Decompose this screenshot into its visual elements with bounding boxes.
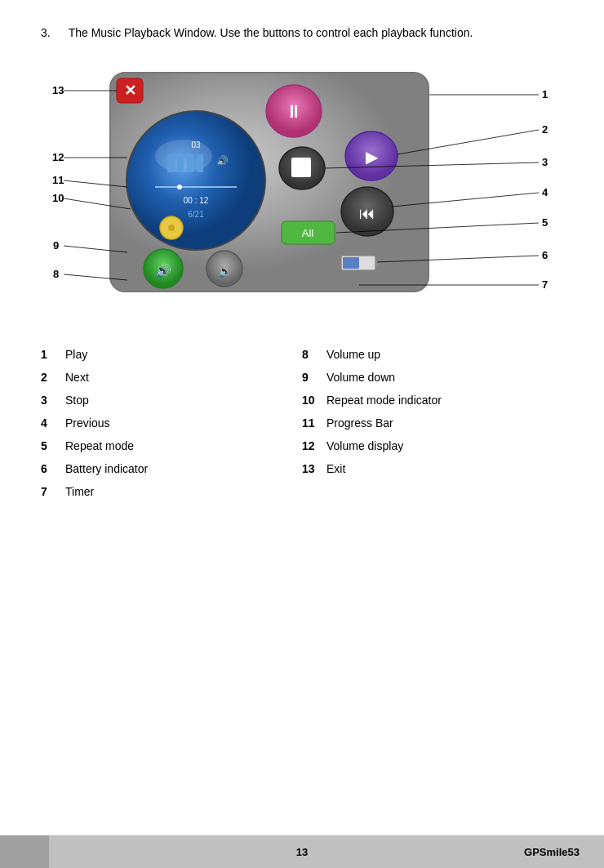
legend-num-10: 10 <box>302 394 326 407</box>
svg-text:7: 7 <box>542 278 548 291</box>
legend-label-4: Previous <box>65 416 109 430</box>
svg-point-15 <box>266 85 322 137</box>
legend-item-5: 5 Repeat mode <box>41 435 302 456</box>
svg-text:13: 13 <box>52 84 64 96</box>
svg-rect-33 <box>375 260 379 266</box>
legend-label-3: Stop <box>65 394 89 407</box>
legend-num-5: 5 <box>41 439 65 452</box>
legend-label-2: Next <box>65 371 89 384</box>
svg-line-42 <box>336 223 539 233</box>
legend-label-1: Play <box>65 348 87 361</box>
legend-label-7: Timer <box>65 485 94 498</box>
svg-line-58 <box>64 274 127 280</box>
svg-point-27 <box>144 249 183 288</box>
svg-text:All: All <box>302 227 314 239</box>
svg-text:8: 8 <box>53 268 59 280</box>
svg-text:⏸: ⏸ <box>285 101 303 122</box>
svg-rect-0 <box>110 73 429 292</box>
legend-item-2: 2 Next <box>41 367 302 388</box>
svg-text:3: 3 <box>542 156 548 168</box>
svg-point-14 <box>168 225 175 231</box>
legend-col-left: 1 Play 2 Next 3 Stop 4 Previous 5 Repeat… <box>41 344 302 502</box>
legend-item-12: 12 Volume display <box>302 435 563 456</box>
legend-num-11: 11 <box>302 416 326 430</box>
svg-text:4: 4 <box>542 186 548 198</box>
svg-line-38 <box>325 162 539 168</box>
svg-text:6/21: 6/21 <box>188 210 204 219</box>
intro-paragraph: 3. The Music Playback Window. Use the bu… <box>41 24 563 42</box>
legend-num-3: 3 <box>41 394 65 407</box>
legend-item-1: 1 Play <box>41 344 302 365</box>
legend-num-6: 6 <box>41 462 65 475</box>
legend-label-9: Volume down <box>326 371 395 384</box>
svg-point-19 <box>279 147 325 189</box>
page-footer: 13 GPSmile53 <box>0 835 604 868</box>
legend-item-11: 11 Progress Bar <box>302 412 563 434</box>
svg-text:9: 9 <box>53 239 59 251</box>
svg-text:🔊: 🔊 <box>216 154 229 167</box>
legend-label-5: Repeat mode <box>65 439 134 452</box>
svg-point-2 <box>155 140 212 172</box>
legend-num-9: 9 <box>302 371 326 384</box>
legend-item-3: 3 Stop <box>41 389 302 411</box>
svg-text:2: 2 <box>542 123 548 136</box>
svg-text:1: 1 <box>542 88 548 100</box>
page-number: 13 <box>296 846 308 858</box>
svg-rect-32 <box>343 257 359 269</box>
svg-text:11: 11 <box>52 174 64 186</box>
legend-label-11: Progress Bar <box>326 416 393 430</box>
legend-item-9: 9 Volume down <box>302 367 563 388</box>
svg-text:🔉: 🔉 <box>218 265 233 278</box>
svg-rect-20 <box>291 158 311 177</box>
svg-point-21 <box>341 187 393 236</box>
svg-text:🔊: 🔊 <box>155 263 171 278</box>
step-number: 3. <box>41 24 65 42</box>
legend-num-12: 12 <box>302 439 326 452</box>
svg-line-54 <box>64 198 131 209</box>
svg-rect-31 <box>341 256 375 270</box>
legend-num-13: 13 <box>302 462 326 475</box>
callout-svg: 03 🔊 00 : 12 6/21 <box>49 66 555 319</box>
svg-text:12: 12 <box>52 151 64 163</box>
legend-label-12: Volume display <box>326 439 403 452</box>
diagram-inner: 03 🔊 00 : 12 6/21 <box>49 66 555 319</box>
svg-text:✕: ✕ <box>124 82 136 99</box>
legend-item-8: 8 Volume up <box>302 344 563 365</box>
legend-num-7: 7 <box>41 485 65 498</box>
svg-rect-23 <box>282 221 335 244</box>
svg-text:10: 10 <box>52 192 64 204</box>
svg-point-1 <box>127 111 265 250</box>
svg-point-29 <box>207 251 242 287</box>
svg-line-40 <box>392 193 539 207</box>
legend-num-1: 1 <box>41 348 65 361</box>
svg-rect-5 <box>177 154 184 172</box>
intro-text: The Music Playback Window. Use the butto… <box>69 26 473 39</box>
svg-text:6: 6 <box>542 249 548 261</box>
legend-item-6: 6 Battery indicator <box>41 458 302 479</box>
legend-item-13: 13 Exit <box>302 458 563 479</box>
svg-text:00 : 12: 00 : 12 <box>184 196 209 205</box>
svg-rect-6 <box>187 154 193 172</box>
legend-label-8: Volume up <box>326 348 380 361</box>
svg-text:03: 03 <box>191 140 201 149</box>
svg-point-17 <box>345 131 397 180</box>
svg-line-36 <box>397 130 539 154</box>
legend-col-right: 8 Volume up 9 Volume down 10 Repeat mode… <box>302 344 563 502</box>
svg-rect-4 <box>167 154 174 172</box>
svg-line-52 <box>64 180 127 187</box>
svg-line-56 <box>64 246 127 252</box>
legend-label-10: Repeat mode indicator <box>326 394 442 407</box>
svg-line-44 <box>377 256 539 262</box>
legend-num-8: 8 <box>302 348 326 361</box>
brand-name: GPSmile53 <box>524 846 580 858</box>
svg-rect-25 <box>117 78 143 103</box>
legend-num-2: 2 <box>41 371 65 384</box>
svg-text:⏮: ⏮ <box>359 204 375 222</box>
svg-point-13 <box>160 216 183 239</box>
svg-text:▶: ▶ <box>366 148 379 166</box>
legend-table: 1 Play 2 Next 3 Stop 4 Previous 5 Repeat… <box>41 344 563 502</box>
legend-item-7: 7 Timer <box>41 481 302 502</box>
legend-label-6: Battery indicator <box>65 462 148 475</box>
legend-item-4: 4 Previous <box>41 412 302 434</box>
svg-text:5: 5 <box>542 216 548 229</box>
